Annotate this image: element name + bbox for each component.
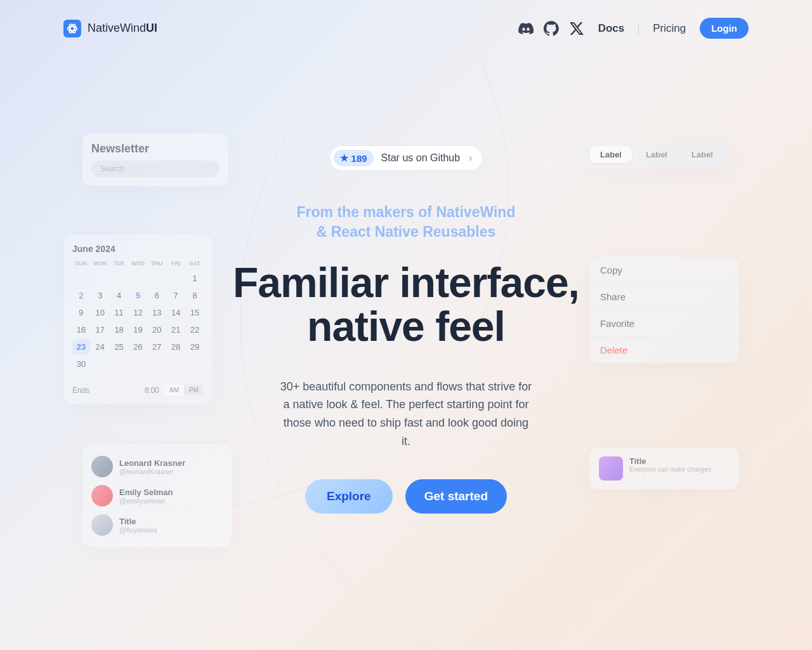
star-label: Star us on Github — [381, 152, 461, 164]
nav-separator — [638, 22, 639, 35]
star-icon: ★ — [340, 152, 348, 164]
star-count-badge: ★ 189 — [334, 150, 374, 166]
hero-subtext: 30+ beautiful components and flows that … — [279, 378, 533, 451]
get-started-button[interactable]: Get started — [405, 479, 507, 514]
cta-row: Explore Get started — [305, 479, 507, 514]
nav-pricing[interactable]: Pricing — [653, 22, 686, 35]
hero-headline: Familiar interface, native feel — [233, 261, 579, 349]
main-header: NativeWindUI Docs Pricing Login — [0, 0, 812, 56]
chevron-right-icon: › — [469, 152, 472, 164]
hero-section: ★ 189 Star us on Github › From the maker… — [0, 56, 812, 514]
nav-docs[interactable]: Docs — [598, 22, 625, 35]
github-star-pill[interactable]: ★ 189 Star us on Github › — [329, 145, 483, 171]
logo[interactable]: NativeWindUI — [63, 20, 157, 37]
discord-icon[interactable] — [518, 21, 534, 36]
logo-text: NativeWindUI — [88, 22, 157, 35]
explore-button[interactable]: Explore — [305, 479, 393, 514]
logo-icon — [63, 20, 81, 37]
nav-right: Docs Pricing Login — [518, 18, 749, 39]
github-icon[interactable] — [544, 21, 559, 36]
x-icon[interactable] — [569, 21, 584, 36]
tagline: From the makers of NativeWind & React Na… — [297, 202, 516, 242]
login-button[interactable]: Login — [700, 18, 749, 39]
star-count: 189 — [351, 153, 367, 164]
